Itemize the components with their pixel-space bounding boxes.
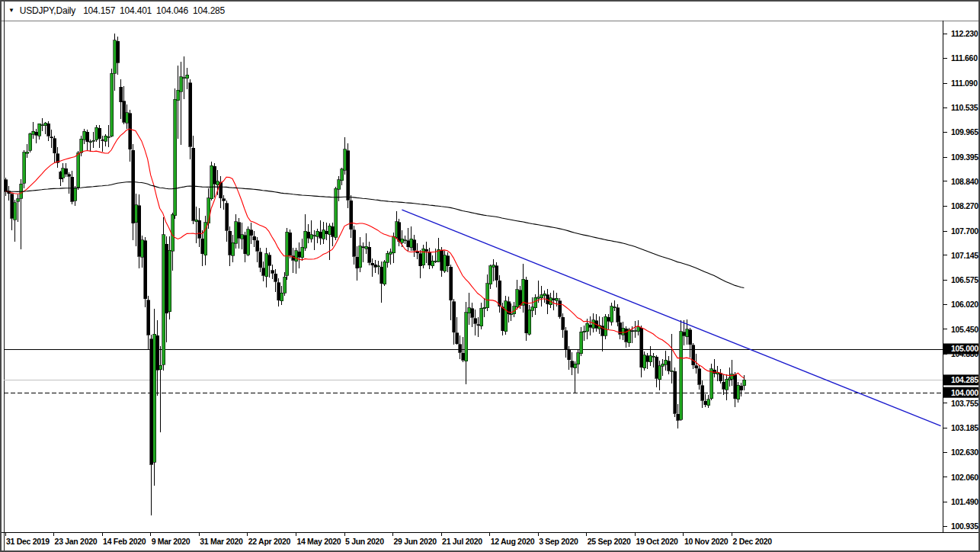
ohlc-low-value: 104.046 — [156, 5, 188, 16]
price-tick-label: 108.840 — [951, 177, 978, 186]
price-tick-label: 110.535 — [951, 103, 978, 112]
date-tick-label: 31 Mar 2020 — [200, 537, 243, 546]
price-tick-label: 111.660 — [951, 53, 978, 63]
ohlc-open-value: 104.157 — [83, 5, 115, 16]
symbol-timeframe-label: USDJPY,Daily — [20, 5, 75, 16]
date-tick-label: 23 Jan 2020 — [55, 537, 98, 546]
date-tick-label: 14 Feb 2020 — [103, 537, 146, 546]
price-badge-label: 104.000 — [951, 388, 978, 397]
date-tick-label: 25 Sep 2020 — [588, 537, 631, 546]
date-tick-label: 31 Dec 2019 — [6, 537, 50, 546]
chart-canvas[interactable]: 112.230111.660111.090110.535109.965109.3… — [2, 2, 978, 550]
date-tick-label: 5 Jun 2020 — [345, 537, 384, 546]
price-badge-label: 104.285 — [951, 375, 978, 384]
date-tick-label: 22 Apr 2020 — [248, 537, 291, 546]
chart-window: 112.230111.660111.090110.535109.965109.3… — [0, 0, 980, 552]
ohlc-high-value: 104.401 — [120, 5, 152, 16]
price-tick-label: 101.490 — [951, 497, 978, 506]
ohlc-close-value: 104.285 — [193, 5, 225, 16]
date-tick-label: 9 Mar 2020 — [152, 537, 191, 546]
date-tick-label: 10 Nov 2020 — [684, 537, 729, 546]
date-tick-label: 3 Sep 2020 — [539, 537, 578, 546]
date-tick-label: 14 May 2020 — [296, 537, 341, 546]
price-tick-label: 109.965 — [951, 127, 978, 136]
date-tick-label: 19 Oct 2020 — [636, 537, 678, 546]
price-tick-label: 107.700 — [951, 226, 978, 236]
price-tick-label: 103.755 — [951, 399, 978, 408]
date-tick-label: 12 Aug 2020 — [491, 537, 535, 546]
price-badge-label: 105.000 — [951, 344, 978, 353]
price-tick-label: 109.395 — [951, 152, 978, 162]
price-tick-label: 107.145 — [951, 251, 978, 260]
symbol-dropdown-icon[interactable]: ▼ — [8, 8, 14, 14]
date-tick-label: 21 Jul 2020 — [442, 537, 482, 546]
price-tick-label: 108.270 — [951, 201, 978, 210]
chart-titlebar: ▼ USDJPY,Daily 104.157 104.401 104.046 1… — [8, 5, 229, 16]
price-tick-label: 102.630 — [951, 448, 978, 457]
price-tick-label: 105.450 — [951, 325, 978, 334]
price-tick-label: 106.575 — [951, 275, 978, 284]
date-tick-label: 2 Dec 2020 — [733, 537, 773, 546]
price-tick-label: 102.060 — [951, 473, 978, 482]
date-tick-label: 29 Jun 2020 — [394, 537, 437, 546]
price-tick-label: 103.185 — [951, 423, 978, 432]
price-tick-label: 100.935 — [951, 522, 978, 531]
price-tick-label: 106.020 — [951, 300, 978, 309]
price-tick-label: 112.230 — [951, 29, 978, 38]
price-tick-label: 111.090 — [951, 79, 978, 88]
